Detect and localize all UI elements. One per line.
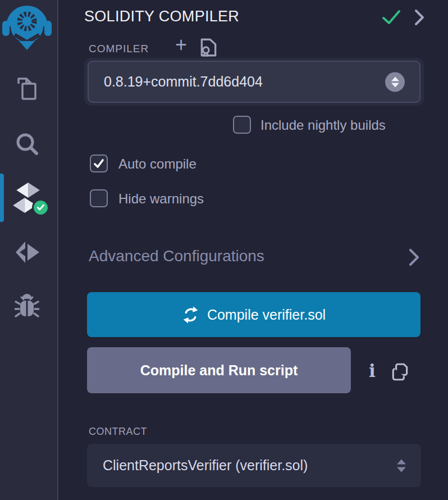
file-explorer-icon [14,76,40,102]
deploy-run-icon [13,239,40,266]
select-arrows-icon [397,459,406,472]
compile-success-badge [32,199,49,216]
sidebar-item-search[interactable] [13,130,40,157]
compile-and-run-label: Compile and Run script [140,362,298,378]
advanced-chevron-icon[interactable] [408,248,420,269]
contract-section-label: CONTRACT [89,426,147,438]
compiler-version-value: 0.8.19+commit.7dd6d404 [104,74,263,90]
add-custom-compiler-icon[interactable]: + [175,35,187,55]
nightly-builds-checkbox[interactable] [233,116,251,134]
contract-select[interactable]: ClientReportsVerifier (verifier.sol) [87,444,421,487]
refresh-icon [182,306,199,324]
debugger-icon [15,294,39,320]
nightly-builds-label[interactable]: Include nightly builds [260,117,386,133]
page-title: SOLIDITY COMPILER [84,8,239,25]
copy-icon[interactable] [391,362,410,384]
hide-warnings-checkbox[interactable] [90,189,108,207]
search-icon [14,131,40,157]
compiler-section-label: COMPILER [89,43,149,55]
sidebar-item-debugger[interactable] [14,293,40,320]
auto-compile-checkbox[interactable] [90,154,108,172]
sidebar-item-file-explorer[interactable] [13,75,40,102]
arrow-down-icon [391,83,399,87]
select-sort-icon[interactable] [385,72,405,92]
remix-solidity-compiler-panel: SOLIDITY COMPILER COMPILER + 0.8.19+comm… [0,0,448,500]
license-file-icon[interactable] [199,37,218,61]
remix-logo-icon [2,1,52,50]
remix-logo[interactable] [1,0,53,51]
hide-warnings-label[interactable]: Hide warnings [118,191,204,207]
compile-button[interactable]: Compile verifier.sol [87,292,420,337]
advanced-configurations-toggle[interactable]: Advanced Configurations [89,247,264,265]
arrow-up-icon [397,459,406,464]
icon-rail [0,0,58,500]
info-icon[interactable]: i [365,360,380,382]
sidebar-item-deploy-and-run[interactable] [13,238,41,266]
compiler-version-container: 0.8.19+commit.7dd6d404 [84,58,424,106]
compile-status-check-icon [382,9,401,28]
auto-compile-label[interactable]: Auto compile [118,156,196,172]
arrow-down-icon [397,467,406,472]
active-plugin-indicator [0,174,4,222]
compiler-version-select[interactable]: 0.8.19+commit.7dd6d404 [88,61,420,103]
panel-collapse-chevron-icon[interactable] [414,8,425,29]
contract-selected-value: ClientReportsVerifier (verifier.sol) [103,457,308,474]
arrow-up-icon [391,76,399,81]
compile-and-run-button[interactable]: Compile and Run script [87,347,351,393]
check-icon [36,203,45,212]
compile-button-label: Compile verifier.sol [207,307,326,323]
